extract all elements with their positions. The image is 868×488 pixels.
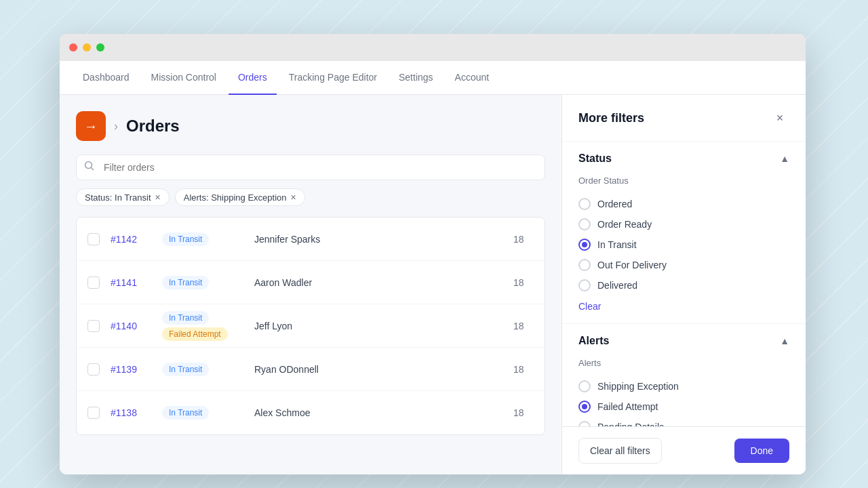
app-icon: → <box>76 111 106 141</box>
status-section-header[interactable]: Status ▲ <box>562 142 806 176</box>
order-id-1139[interactable]: #1139 <box>111 364 151 375</box>
badge-transit-1138: In Transit <box>162 406 209 420</box>
nav-item-dashboard[interactable]: Dashboard <box>73 61 139 95</box>
badges-col-1140: In Transit Failed Attempt <box>162 311 243 341</box>
search-input[interactable] <box>76 155 545 180</box>
alerts-chevron-icon: ▲ <box>780 336 789 346</box>
order-num-1139: 18 <box>513 364 534 375</box>
row-checkbox-1142[interactable] <box>87 233 100 245</box>
radio-label-out-for-delivery: Out For Delivery <box>597 260 667 270</box>
badge-transit-1139: In Transit <box>162 363 209 376</box>
radio-delivered[interactable]: Delivered <box>578 275 789 296</box>
alerts-section: Alerts ▲ Alerts Shipping Exception Faile… <box>562 324 806 426</box>
order-id-1141[interactable]: #1141 <box>111 277 151 288</box>
traffic-light-yellow[interactable] <box>83 43 91 52</box>
status-sublabel: Order Status <box>578 176 789 186</box>
radio-out-for-delivery[interactable]: Out For Delivery <box>578 255 789 275</box>
status-section-title: Status <box>578 152 612 165</box>
nav-item-account[interactable]: Account <box>446 61 499 95</box>
filter-tag-status-close[interactable]: × <box>155 192 161 203</box>
radio-failed-attempt[interactable]: Failed Attempt <box>578 396 789 417</box>
app-icon-symbol: → <box>84 119 98 134</box>
search-icon <box>84 161 95 174</box>
customer-1141: Aaron Wadler <box>254 277 502 288</box>
page-title: Orders <box>126 117 180 136</box>
customer-1139: Ryan ODonnell <box>254 364 502 375</box>
close-button[interactable]: × <box>770 108 789 127</box>
radio-pending-details[interactable]: Pending Details <box>578 417 789 426</box>
traffic-light-green[interactable] <box>96 43 104 52</box>
badge-transit-1140: In Transit <box>162 311 209 325</box>
radio-circle-failed-attempt <box>578 401 591 413</box>
filter-tag-alerts: Alerts: Shipping Exception × <box>175 188 305 206</box>
main-content: → › Orders Status: In Transit <box>60 95 806 474</box>
customer-1142: Jennifer Sparks <box>254 234 502 245</box>
nav-bar: Dashboard Mission Control Orders Trackin… <box>60 61 806 95</box>
table-row: #1142 In Transit Jennifer Sparks 18 <box>77 218 545 261</box>
radio-ordered[interactable]: Ordered <box>578 194 789 214</box>
badges-col-1142: In Transit <box>162 232 243 246</box>
panel-header: More filters × <box>562 95 806 142</box>
radio-label-order-ready: Order Ready <box>597 219 652 230</box>
radio-label-pending-details: Pending Details <box>597 422 664 426</box>
radio-order-ready[interactable]: Order Ready <box>578 214 789 235</box>
order-id-1138[interactable]: #1138 <box>111 407 151 418</box>
nav-item-settings[interactable]: Settings <box>389 61 443 95</box>
traffic-light-red[interactable] <box>69 43 77 52</box>
radio-in-transit[interactable]: In Transit <box>578 235 789 255</box>
row-checkbox-1138[interactable] <box>87 407 100 419</box>
title-bar <box>60 34 806 61</box>
row-checkbox-1141[interactable] <box>87 277 100 289</box>
nav-item-tracking-page-editor[interactable]: Tracking Page Editor <box>279 61 387 95</box>
filter-tag-alerts-close[interactable]: × <box>291 192 296 203</box>
breadcrumb-chevron: › <box>114 119 118 134</box>
radio-label-failed-attempt: Failed Attempt <box>597 401 658 412</box>
done-button[interactable]: Done <box>734 439 789 463</box>
status-section-content: Order Status Ordered Order Ready In Tran… <box>562 176 806 323</box>
nav-item-mission-control[interactable]: Mission Control <box>142 61 226 95</box>
radio-label-in-transit: In Transit <box>597 239 637 250</box>
app-window: Dashboard Mission Control Orders Trackin… <box>60 34 806 474</box>
badge-failed-1140: Failed Attempt <box>162 327 228 341</box>
order-num-1138: 18 <box>513 407 534 418</box>
radio-circle-in-transit <box>578 239 591 251</box>
nav-item-orders[interactable]: Orders <box>229 61 277 95</box>
radio-circle-out-for-delivery <box>578 259 591 271</box>
row-checkbox-1140[interactable] <box>87 320 100 332</box>
orders-area: → › Orders Status: In Transit <box>60 95 561 474</box>
radio-circle-ordered <box>578 198 591 210</box>
table-row: #1138 In Transit Alex Schmoe 18 <box>77 391 545 434</box>
status-clear-link[interactable]: Clear <box>578 301 601 312</box>
order-num-1141: 18 <box>513 277 534 288</box>
panel-body: Status ▲ Order Status Ordered Order Read… <box>562 142 806 426</box>
alerts-section-header[interactable]: Alerts ▲ <box>562 324 806 358</box>
table-row: #1139 In Transit Ryan ODonnell 18 <box>77 348 545 391</box>
radio-circle-shipping-exception <box>578 380 591 392</box>
filter-tags: Status: In Transit × Alerts: Shipping Ex… <box>76 188 545 206</box>
order-id-1142[interactable]: #1142 <box>111 234 151 245</box>
orders-table: #1142 In Transit Jennifer Sparks 18 #114… <box>76 217 545 435</box>
radio-circle-delivered <box>578 279 591 291</box>
badges-col-1139: In Transit <box>162 363 243 376</box>
filter-panel: More filters × Status ▲ Order Status Ord… <box>561 95 806 474</box>
status-section: Status ▲ Order Status Ordered Order Read… <box>562 142 806 324</box>
clear-all-filters-button[interactable]: Clear all filters <box>578 438 662 464</box>
alerts-section-title: Alerts <box>578 335 609 347</box>
status-chevron-icon: ▲ <box>780 153 789 164</box>
customer-1138: Alex Schmoe <box>254 407 502 418</box>
badges-col-1141: In Transit <box>162 276 243 289</box>
order-num-1140: 18 <box>513 321 534 331</box>
radio-label-shipping-exception: Shipping Exception <box>597 381 679 392</box>
alerts-sublabel: Alerts <box>578 358 789 368</box>
radio-circle-order-ready <box>578 218 591 230</box>
filter-tag-status: Status: In Transit × <box>76 188 170 206</box>
order-id-1140[interactable]: #1140 <box>111 321 151 331</box>
panel-footer: Clear all filters Done <box>562 426 806 474</box>
table-row: #1140 In Transit Failed Attempt Jeff Lyo… <box>77 304 545 348</box>
badge-transit-1141: In Transit <box>162 276 209 289</box>
filter-tag-alerts-label: Alerts: Shipping Exception <box>184 192 287 203</box>
radio-shipping-exception[interactable]: Shipping Exception <box>578 376 789 396</box>
alerts-section-content: Alerts Shipping Exception Failed Attempt… <box>562 358 806 426</box>
radio-label-ordered: Ordered <box>597 199 632 209</box>
row-checkbox-1139[interactable] <box>87 363 100 375</box>
